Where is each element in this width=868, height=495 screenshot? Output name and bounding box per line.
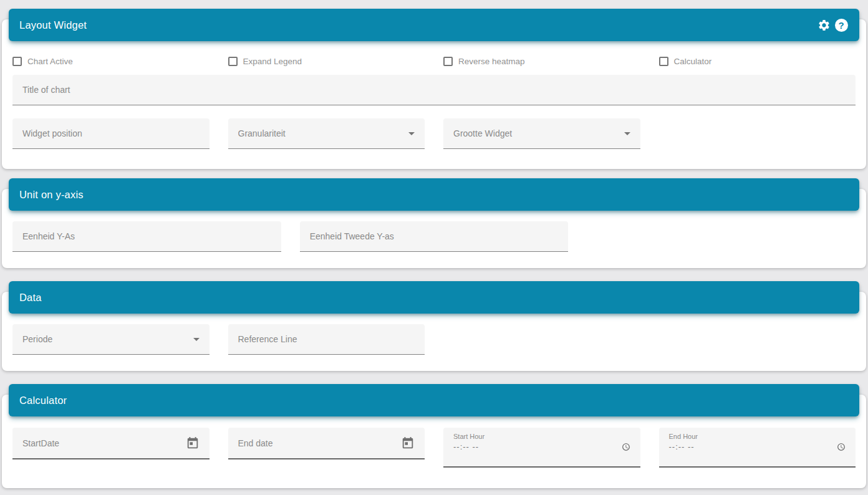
layout-widget-title: Layout Widget <box>19 19 87 31</box>
start-date-placeholder: StartDate <box>22 438 180 448</box>
calculator-header: Calculator <box>9 384 859 416</box>
widget-position-placeholder: Widget position <box>22 128 200 138</box>
calendar-icon[interactable] <box>186 436 200 450</box>
layout-fields-row: Widget position Granulariteit Grootte Wi… <box>12 118 856 149</box>
checkbox-label: Chart Active <box>27 57 73 66</box>
chevron-down-icon <box>408 132 415 135</box>
checkbox-calculator[interactable]: Calculator <box>659 55 856 67</box>
help-question-glyph: ? <box>835 19 848 32</box>
unit-y-axis-header: Unit on y-axis <box>9 178 859 211</box>
reference-line-input[interactable]: Reference Line <box>228 324 425 355</box>
chevron-down-icon <box>193 338 200 341</box>
panel-unit-y-axis: Unit on y-axis Eenheid Y-As Eenheid Twee… <box>2 169 866 268</box>
header-icons: ? <box>816 17 849 32</box>
end-hour-input[interactable]: End Hour --:-- -- <box>659 428 856 468</box>
unit-second-y-axis-input[interactable]: Eenheid Tweede Y-as <box>300 221 569 252</box>
unit-y-axis-input[interactable]: Eenheid Y-As <box>12 221 281 252</box>
widget-position-input[interactable]: Widget position <box>12 118 210 149</box>
data-fields-row: Periode Reference Line <box>12 324 856 355</box>
start-hour-text: Start Hour --:-- -- <box>453 433 485 451</box>
widget-settings-page: Layout Widget ? Chart Active Expand Lege… <box>0 0 868 495</box>
checkbox-label: Calculator <box>674 57 712 66</box>
data-title: Data <box>19 292 42 304</box>
period-label: Periode <box>22 334 187 344</box>
data-header: Data <box>9 281 859 314</box>
calculator-fields-row: StartDate End date Start Hour --:-- -- <box>12 428 856 468</box>
start-hour-value[interactable]: --:-- -- <box>453 442 485 451</box>
clock-icon[interactable] <box>622 443 630 451</box>
checkbox-expand-legend[interactable]: Expand Legend <box>228 55 425 67</box>
checkbox-row: Chart Active Expand Legend Reverse heatm… <box>12 55 856 67</box>
checkbox-box-icon[interactable] <box>228 57 238 66</box>
clock-icon[interactable] <box>837 443 846 451</box>
end-date-input[interactable]: End date <box>228 428 425 459</box>
panel-data: Data Periode Reference Line <box>2 268 866 371</box>
end-hour-value[interactable]: --:-- -- <box>669 442 698 451</box>
granularity-label: Granulariteit <box>238 128 403 138</box>
period-select[interactable]: Periode <box>12 324 210 355</box>
panel-layout-widget: Layout Widget ? Chart Active Expand Lege… <box>2 0 866 169</box>
start-hour-label: Start Hour <box>453 433 485 440</box>
unit-second-y-axis-placeholder: Eenheid Tweede Y-as <box>310 231 559 241</box>
panel-calculator: Calculator StartDate End date <box>2 371 866 488</box>
end-hour-text: End Hour --:-- -- <box>669 433 698 451</box>
checkbox-reverse-heatmap[interactable]: Reverse heatmap <box>443 55 640 67</box>
chevron-down-icon <box>624 132 630 135</box>
unit-y-axis-title: Unit on y-axis <box>19 189 84 201</box>
checkbox-label: Reverse heatmap <box>458 57 525 66</box>
checkbox-label: Expand Legend <box>243 57 302 66</box>
end-hour-label: End Hour <box>669 433 698 440</box>
widget-size-select[interactable]: Grootte Widget <box>443 118 640 149</box>
chart-title-input[interactable]: Title of chart <box>12 75 856 105</box>
checkbox-box-icon[interactable] <box>659 57 668 66</box>
checkbox-box-icon[interactable] <box>12 57 22 66</box>
start-date-input[interactable]: StartDate <box>12 428 210 459</box>
help-icon[interactable]: ? <box>834 17 849 32</box>
widget-size-label: Grootte Widget <box>453 128 618 138</box>
reference-line-placeholder: Reference Line <box>238 334 415 344</box>
layout-widget-header: Layout Widget ? <box>9 9 859 41</box>
unit-y-axis-placeholder: Eenheid Y-As <box>22 231 271 241</box>
calendar-icon[interactable] <box>401 436 415 450</box>
calculator-title: Calculator <box>19 395 67 406</box>
settings-icon[interactable] <box>816 17 831 32</box>
granularity-select[interactable]: Granulariteit <box>228 118 425 149</box>
chart-title-placeholder: Title of chart <box>22 85 846 95</box>
layout-widget-card: Chart Active Expand Legend Reverse heatm… <box>2 19 866 169</box>
checkbox-chart-active[interactable]: Chart Active <box>12 55 210 67</box>
start-hour-input[interactable]: Start Hour --:-- -- <box>443 428 640 468</box>
checkbox-box-icon[interactable] <box>443 57 453 66</box>
unit-fields-row: Eenheid Y-As Eenheid Tweede Y-as <box>12 221 856 252</box>
end-date-placeholder: End date <box>238 438 395 448</box>
